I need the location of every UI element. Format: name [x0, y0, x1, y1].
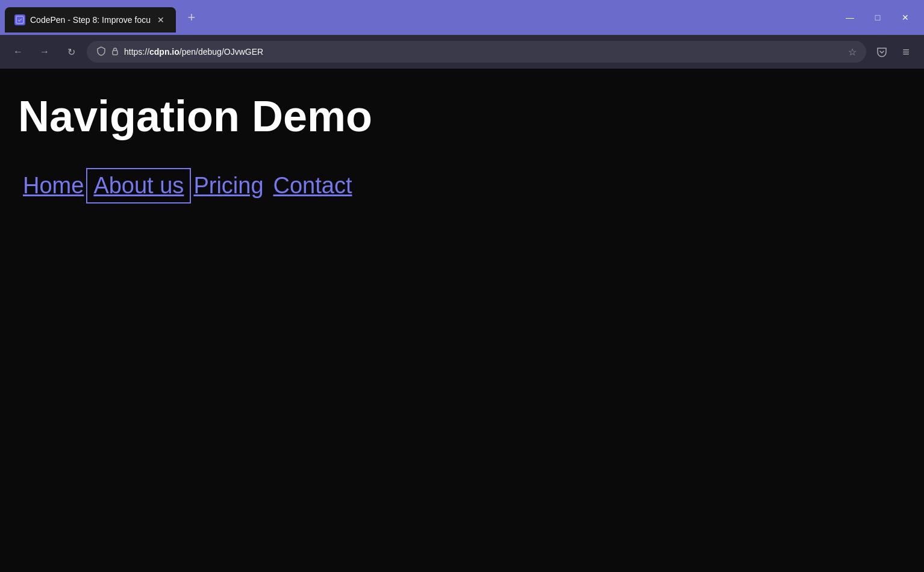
svg-rect-1 [113, 51, 117, 55]
tab-title: CodePen - Step 8: Improve focu [30, 15, 151, 25]
nav-link-contact[interactable]: Contact [269, 170, 357, 201]
page-title: Navigation Demo [18, 93, 906, 140]
page-content: Navigation Demo Home About us Pricing Co… [0, 69, 924, 572]
browser-tab[interactable]: CodePen - Step 8: Improve focu ✕ [5, 7, 176, 33]
back-button[interactable]: ← [7, 41, 29, 63]
minimize-button[interactable]: — [836, 0, 864, 35]
new-tab-button[interactable]: + [181, 7, 202, 28]
maximize-button[interactable]: □ [864, 0, 891, 35]
nav-link-about[interactable]: About us [89, 170, 189, 201]
url-text: https://cdpn.io/pen/debug/OJvwGER [124, 47, 843, 57]
lock-icon [111, 47, 119, 57]
url-domain: cdpn.io [149, 47, 179, 57]
shield-icon [96, 46, 106, 58]
address-bar[interactable]: https://cdpn.io/pen/debug/OJvwGER ☆ [87, 41, 866, 63]
forward-button[interactable]: → [34, 41, 55, 63]
window-controls: — □ ✕ [836, 0, 919, 35]
bookmark-star-icon[interactable]: ☆ [848, 46, 857, 58]
reload-button[interactable]: ↻ [60, 41, 82, 63]
browser-window: CodePen - Step 8: Improve focu ✕ + — □ ✕… [0, 0, 924, 572]
navigation-links: Home About us Pricing Contact [18, 170, 906, 201]
navigation-bar: ← → ↻ https://cdpn.io/pen/debug/OJvwGER … [0, 35, 924, 69]
tab-close-button[interactable]: ✕ [155, 14, 166, 25]
url-path: /pen/debug/OJvwGER [179, 47, 263, 57]
tab-favicon [14, 14, 25, 25]
close-button[interactable]: ✕ [891, 0, 919, 35]
pocket-icon[interactable] [871, 41, 893, 63]
menu-icon[interactable]: ≡ [895, 41, 917, 63]
nav-extras: ≡ [871, 41, 917, 63]
nav-link-home[interactable]: Home [18, 170, 89, 201]
nav-link-pricing[interactable]: Pricing [189, 170, 268, 201]
title-bar: CodePen - Step 8: Improve focu ✕ + — □ ✕ [0, 0, 924, 35]
